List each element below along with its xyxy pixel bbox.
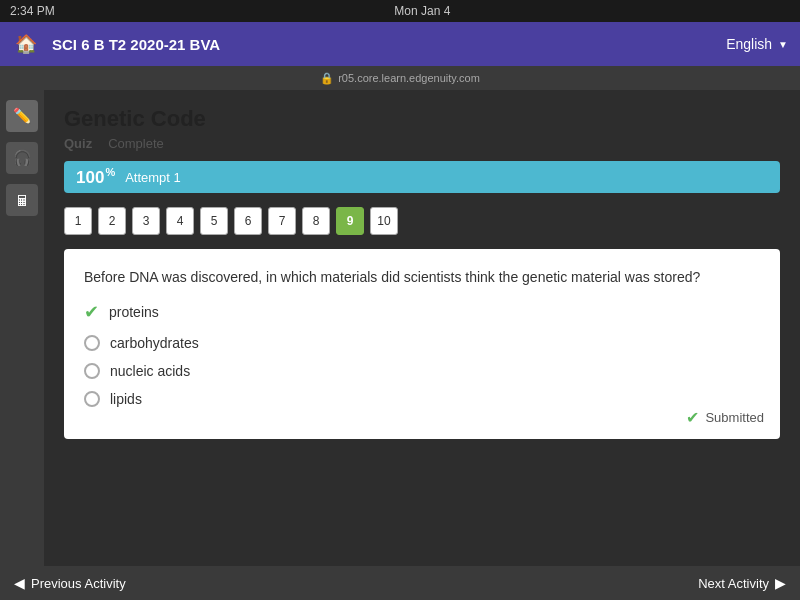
left-sidebar: ✏️ 🎧 🖩 <box>0 90 44 566</box>
answer-text: carbohydrates <box>110 335 199 351</box>
radio-circle <box>84 335 100 351</box>
question-navigation: 12345678910 <box>64 207 780 235</box>
right-arrow-icon: ▶ <box>775 575 786 591</box>
submitted-label: Submitted <box>705 410 764 425</box>
question-nav-btn-5[interactable]: 5 <box>200 207 228 235</box>
question-nav-btn-6[interactable]: 6 <box>234 207 262 235</box>
system-date: Mon Jan 4 <box>394 4 450 18</box>
language-label: English <box>726 36 772 52</box>
answer-text: proteins <box>109 304 159 320</box>
question-nav-btn-8[interactable]: 8 <box>302 207 330 235</box>
url-text: r05.core.learn.edgenuity.com <box>338 72 480 84</box>
next-activity-button[interactable]: Next Activity ▶ <box>698 575 786 591</box>
home-icon[interactable]: 🏠 <box>12 30 40 58</box>
answer-option-a4[interactable]: lipids <box>84 391 760 407</box>
system-time: 2:34 PM <box>10 4 55 18</box>
question-nav-btn-2[interactable]: 2 <box>98 207 126 235</box>
score-bar: 100% Attempt 1 <box>64 161 780 193</box>
question-nav-btn-4[interactable]: 4 <box>166 207 194 235</box>
next-label: Next Activity <box>698 576 769 591</box>
main-area: ✏️ 🎧 🖩 Genetic Code Quiz Complete 100% A… <box>0 90 800 566</box>
answer-option-a2[interactable]: carbohydrates <box>84 335 760 351</box>
quiz-label: Quiz <box>64 136 92 151</box>
url-bar: 🔒 r05.core.learn.edgenuity.com <box>0 66 800 90</box>
previous-activity-button[interactable]: ◀ Previous Activity <box>14 575 126 591</box>
app-header: 🏠 SCI 6 B T2 2020-21 BVA English ▼ <box>0 22 800 66</box>
answer-text: nucleic acids <box>110 363 190 379</box>
lock-icon: 🔒 <box>320 72 334 85</box>
question-nav-btn-10[interactable]: 10 <box>370 207 398 235</box>
answers-container: ✔proteinscarbohydratesnucleic acidslipid… <box>84 301 760 407</box>
page-title: Genetic Code <box>64 106 780 132</box>
calculator-tool-button[interactable]: 🖩 <box>6 184 38 216</box>
left-arrow-icon: ◀ <box>14 575 25 591</box>
question-nav-btn-1[interactable]: 1 <box>64 207 92 235</box>
radio-circle <box>84 363 100 379</box>
radio-circle <box>84 391 100 407</box>
quiz-status: Complete <box>108 136 164 151</box>
submitted-check-icon: ✔ <box>686 408 699 427</box>
audio-tool-button[interactable]: 🎧 <box>6 142 38 174</box>
question-nav-btn-3[interactable]: 3 <box>132 207 160 235</box>
system-bar: 2:34 PM Mon Jan 4 <box>0 0 800 22</box>
language-selector[interactable]: English ▼ <box>726 36 788 52</box>
question-nav-btn-9[interactable]: 9 <box>336 207 364 235</box>
submitted-badge: ✔ Submitted <box>686 408 764 427</box>
answer-text: lipids <box>110 391 142 407</box>
question-nav-btn-7[interactable]: 7 <box>268 207 296 235</box>
quiz-meta: Quiz Complete <box>64 136 780 151</box>
prev-label: Previous Activity <box>31 576 126 591</box>
question-card: Before DNA was discovered, in which mate… <box>64 249 780 439</box>
course-title: SCI 6 B T2 2020-21 BVA <box>52 36 220 53</box>
answer-option-a3[interactable]: nucleic acids <box>84 363 760 379</box>
bottom-nav: ◀ Previous Activity Next Activity ▶ <box>0 566 800 600</box>
question-text: Before DNA was discovered, in which mate… <box>84 269 760 285</box>
correct-check-icon: ✔ <box>84 301 99 323</box>
attempt-label: Attempt 1 <box>125 170 181 185</box>
pencil-tool-button[interactable]: ✏️ <box>6 100 38 132</box>
chevron-down-icon: ▼ <box>778 39 788 50</box>
score-value: 100% <box>76 166 115 188</box>
answer-option-a1[interactable]: ✔proteins <box>84 301 760 323</box>
content-panel: Genetic Code Quiz Complete 100% Attempt … <box>44 90 800 566</box>
